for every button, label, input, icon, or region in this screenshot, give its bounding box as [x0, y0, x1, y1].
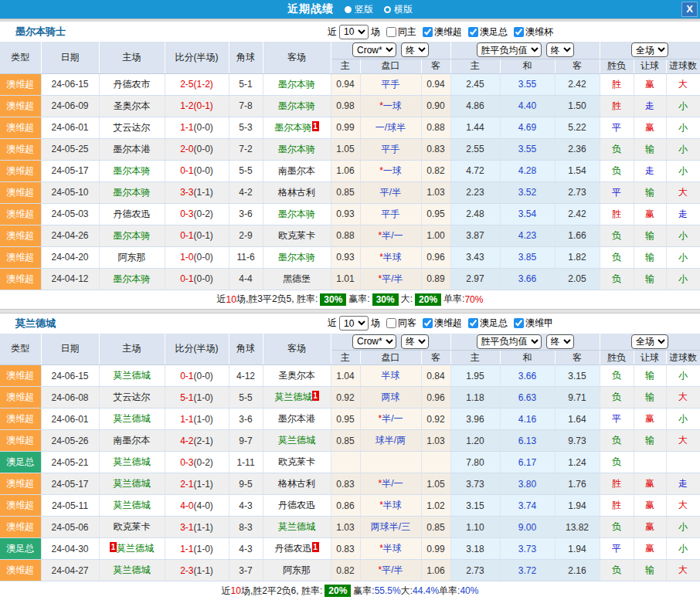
league2-label: 澳足总	[480, 25, 508, 39]
near-label: 近	[328, 25, 337, 39]
scope-select[interactable]: 全场	[631, 42, 668, 57]
draw-odds-cell: 3.80	[500, 473, 555, 495]
league2-checkbox[interactable]	[468, 27, 478, 37]
result-cell: 负	[600, 246, 634, 268]
odds-stage-select[interactable]: 终	[401, 334, 429, 349]
halftime-score: (1-0)	[194, 544, 213, 554]
team-label: 艾云达尔	[114, 122, 151, 133]
type-cell: 澳维超	[0, 160, 41, 181]
match-count-select[interactable]: 10	[339, 316, 369, 331]
scope-select[interactable]: 全场	[631, 334, 668, 349]
league1-checkbox[interactable]	[423, 318, 433, 328]
league3-label: 澳维甲	[525, 317, 553, 330]
col-score: 比分(半场)	[165, 334, 229, 365]
sub-spf-home: 主	[450, 351, 500, 365]
team-label: 丹德农迅	[275, 543, 312, 554]
corner-cell: 3-7	[229, 560, 263, 581]
win-odds-cell: 1.18	[450, 387, 500, 408]
spf-stage-select[interactable]: 终	[546, 334, 574, 349]
draw-odds-cell: 6.63	[500, 387, 555, 408]
away-odds-cell: 0.84	[421, 365, 450, 387]
league3-checkbox[interactable]	[514, 27, 524, 37]
league2-checkbox[interactable]	[468, 318, 478, 328]
corner-cell: 5-1	[229, 73, 263, 95]
draw-odds-cell: 3.85	[500, 246, 555, 268]
radio-selected-icon[interactable]	[345, 6, 352, 13]
team-label: 墨尔本骑	[278, 252, 315, 263]
league3-checkbox[interactable]	[514, 318, 524, 328]
layout-radio-vertical[interactable]: 竖版	[338, 3, 373, 16]
section-header-team1: 墨尔本骑士 近 10 场 同主 澳维超 澳足总 澳维杯	[0, 22, 700, 42]
type-cell: 澳维超	[0, 387, 41, 408]
date-cell: 24-05-11	[41, 495, 99, 517]
away-team-cell: 墨尔本骑	[263, 95, 331, 117]
match-row: 澳维超24-06-09圣奥尔本1-2(0-1)7-8墨尔本骑0.98*一球0.9…	[0, 95, 700, 117]
halftime-score: (0-0)	[194, 371, 213, 381]
col-type: 类型	[0, 334, 41, 365]
same-home-checkbox[interactable]	[386, 27, 396, 37]
result-cell: 胜	[600, 73, 634, 95]
bookmaker-select[interactable]: Crow*	[352, 42, 396, 57]
spf-select[interactable]: 胜平负均值	[477, 334, 542, 349]
bookmaker-select[interactable]: Crow*	[352, 334, 396, 349]
goals-cell: 走	[666, 203, 700, 225]
match-count-select[interactable]: 10	[339, 25, 369, 39]
match-row: 澳维超24-06-01莫兰德城1-1(1-0)3-6墨尔本港0.95*半/一0.…	[0, 408, 700, 430]
same-away-checkbox[interactable]	[386, 318, 396, 328]
win-odds-cell: 7.80	[450, 452, 500, 473]
away-team-cell: 丹德农迅	[263, 495, 331, 517]
layout-radio-horizontal[interactable]: 横版	[378, 3, 413, 16]
team-label: 欧克莱卡	[278, 230, 315, 241]
score-cell: 1-2(0-1)	[165, 95, 229, 117]
home-team-cell: 墨尔本骑	[99, 225, 165, 246]
date-cell: 24-05-26	[41, 430, 99, 452]
goals-cell: 大	[666, 181, 700, 203]
rate-badge: 20%	[325, 585, 351, 597]
home-team-cell: 莫兰德城	[99, 365, 165, 387]
home-team-cell: 圣奥尔本	[99, 95, 165, 117]
league1-checkbox[interactable]	[423, 27, 433, 37]
team-label: 阿东那	[283, 564, 311, 575]
sub-goals: 进球数	[666, 351, 700, 365]
handicap-result-cell: 赢	[634, 203, 666, 225]
team-label: 墨尔本骑	[275, 122, 312, 133]
close-icon[interactable]: X	[681, 2, 698, 17]
team1-filters: 近 10 场 同主 澳维超 澳足总 澳维杯	[328, 22, 553, 42]
team-label: 莫兰德城	[114, 413, 151, 424]
match-row: 澳维超24-05-03丹德农迅0-3(0-2)3-6墨尔本骑0.93平手0.95…	[0, 203, 700, 225]
halftime-score: (1-2)	[194, 79, 213, 90]
sub-spf-away: 客	[555, 59, 600, 73]
team1-summary: 近10场,胜3平2负5, 胜率: 30% 赢率: 30% 大: 20% 单率:7…	[0, 290, 700, 309]
summary-text: 单率:	[439, 585, 460, 598]
team-label: 圣奥尔本	[114, 100, 151, 111]
team-label: 墨尔本港	[114, 144, 151, 154]
sub-handicap-result: 让球	[634, 59, 666, 73]
result-cell: 胜	[600, 495, 634, 517]
lose-odds-cell: 1.94	[555, 495, 600, 517]
radio-unselected-icon[interactable]	[384, 6, 391, 13]
home-odds-cell: 0.85	[331, 430, 360, 452]
away-odds-cell: 0.95	[421, 203, 450, 225]
odds-stage-select[interactable]: 终	[401, 42, 429, 57]
spf-stage-select[interactable]: 终	[546, 42, 574, 57]
type-cell: 澳维超	[0, 268, 41, 290]
score-cell: 4-0(4-0)	[165, 495, 229, 517]
handicap-label: 平手	[382, 79, 400, 90]
date-cell: 24-05-17	[41, 160, 99, 181]
sub-odds-away: 客	[421, 59, 450, 73]
red-card-badge: 1	[312, 542, 319, 552]
result-cell: 负	[600, 365, 634, 387]
goals-cell: 小	[666, 268, 700, 290]
handicap-label: 两球	[382, 392, 400, 402]
match-row: 澳足总24-04-301莫兰德城1-1(1-0)4-3丹德农迅10.83*半球0…	[0, 538, 700, 560]
away-team-cell: 阿东那	[263, 560, 331, 581]
result-cell: 负	[600, 138, 634, 160]
halftime-score: (0-0)	[194, 165, 213, 176]
handicap-cell: 两球半/三	[360, 517, 421, 538]
corner-cell: 5-3	[229, 117, 263, 138]
team-label: 莫兰德城	[278, 521, 315, 532]
lose-odds-cell: 1.54	[555, 160, 600, 181]
handicap-cell: *半/一	[360, 473, 421, 495]
spf-select[interactable]: 胜平负均值	[477, 42, 542, 57]
team-label: 莫兰德城	[275, 392, 312, 402]
